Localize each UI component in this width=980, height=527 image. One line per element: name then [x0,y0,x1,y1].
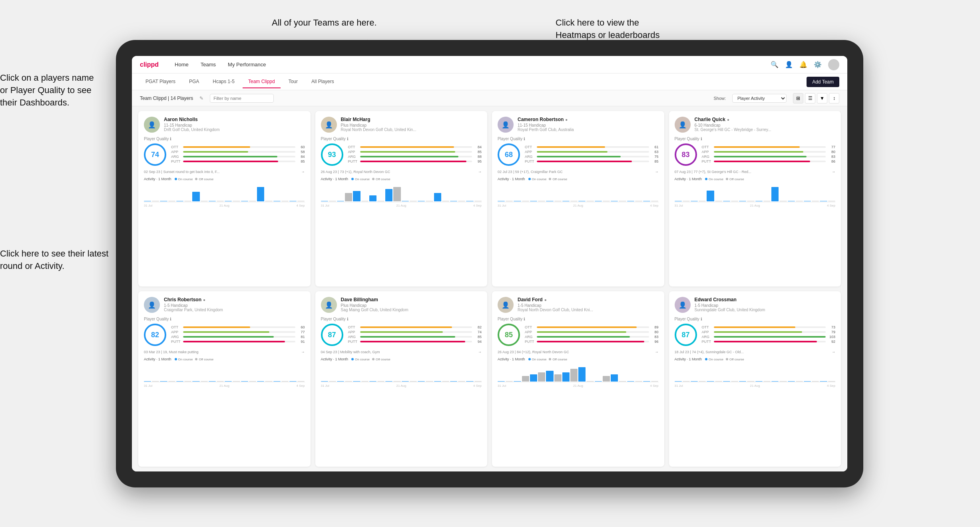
verified-icon: ● [565,117,568,122]
bar-8 [562,372,570,382]
player-club: Craigmillar Park, United Kingdom [164,308,305,312]
bell-icon[interactable]: 🔔 [799,61,807,69]
mini-chart [144,183,305,203]
player-name[interactable]: Charlie Quick ● [695,117,836,122]
bar-7 [554,201,562,201]
verified-icon: ● [544,298,547,302]
quality-circle[interactable]: 87 [321,324,343,346]
player-club: Royal North Devon Golf Club, United Kni.… [518,308,659,312]
player-card[interactable]: 👤 Chris Robertson ● 1-5 Handicap Craigmi… [138,291,311,467]
quality-circle[interactable]: 68 [498,143,520,166]
player-name[interactable]: Dave Billingham [341,297,482,302]
player-card[interactable]: 👤 Edward Crossman 1-5 Handicap Sunningda… [669,291,841,467]
player-card[interactable]: 👤 David Ford ● 1-5 Handicap Royal North … [492,291,664,467]
quality-circle[interactable]: 85 [498,324,520,346]
chart-labels: 31 Jul 21 Aug 4 Sep [498,384,659,388]
player-avatar: 👤 [498,117,514,133]
player-card[interactable]: 👤 Aaron Nicholls 11-15 Handicap Drift Go… [138,111,311,286]
bar-6 [723,201,730,201]
mini-chart [675,183,836,203]
mini-chart [144,363,305,383]
bar-3 [345,381,352,382]
tab-tour[interactable]: Tour [283,76,303,88]
show-label: Show: [713,96,726,101]
bar-6 [192,192,199,201]
player-handicap: 1-5 Handicap [518,303,659,308]
filter-icon[interactable]: ▼ [817,93,827,103]
edit-icon[interactable]: ✎ [199,95,203,101]
tab-all-players[interactable]: All Players [306,76,340,88]
mini-chart [321,363,482,383]
chart-labels: 31 Jul 21 Aug 4 Sep [498,204,659,207]
bar-4 [707,381,714,382]
tab-team-clippd[interactable]: Team Clippd [243,76,281,88]
round-arrow[interactable]: → [301,170,305,174]
add-team-button[interactable]: Add Team [807,77,839,87]
search-icon[interactable]: 🔍 [771,61,779,69]
round-arrow[interactable]: → [832,350,835,354]
tab-pgat-players[interactable]: PGAT Players [140,76,181,88]
stat-putt: PUTT 91 [171,340,305,344]
activity-legend: On course Off course [175,177,214,181]
player-avatar: 👤 [144,117,160,133]
bar-13 [426,201,433,201]
quality-circle[interactable]: 82 [144,324,166,346]
stat-arg: ARG 84 [171,155,305,159]
tab-pga[interactable]: PGA [183,76,205,88]
user-icon[interactable]: 👤 [785,61,793,69]
round-arrow[interactable]: → [832,170,835,174]
show-select[interactable]: Player Activity Quality Score Trend [732,94,787,103]
stat-putt: PUTT 92 [702,340,836,344]
round-arrow[interactable]: → [301,350,305,354]
bar-13 [426,381,433,382]
list-view-icon[interactable]: ☰ [805,93,815,103]
bar-19 [651,381,658,382]
player-name[interactable]: Blair McHarg [341,117,482,122]
quality-section: 82 OTT 60 APP 77 ARG 81 PUT [144,324,305,346]
round-arrow[interactable]: → [655,350,659,354]
nav-my-performance[interactable]: My Performance [228,62,266,68]
grid-view-icon[interactable]: ⊞ [793,93,803,103]
settings-icon[interactable]: ⚙️ [814,61,822,69]
bar-5 [538,201,545,201]
bar-10 [402,201,409,201]
bar-8 [385,189,392,201]
player-card[interactable]: 👤 Charlie Quick ● 6-10 Handicap St. Geor… [669,111,841,286]
sort-icon[interactable]: ↕ [829,93,839,103]
latest-round: 03 Mar 23 | 19, Must make putting → [144,350,305,354]
activity-legend: On course Off course [175,358,214,361]
quality-circle[interactable]: 93 [321,143,343,166]
nav-home[interactable]: Home [175,62,189,68]
quality-circle[interactable]: 87 [675,324,697,346]
player-name[interactable]: Chris Robertson ● [164,297,305,302]
player-handicap: 11-15 Handicap [518,123,659,127]
player-card[interactable]: 👤 Dave Billingham Plus Handicap Sag Main… [315,291,488,467]
bar-12 [241,201,248,201]
round-arrow[interactable]: → [478,350,482,354]
round-arrow[interactable]: → [655,170,659,174]
filter-search-input[interactable] [210,94,274,103]
bar-8 [739,381,746,382]
stat-arg: ARG 83 [702,155,836,159]
player-name[interactable]: Aaron Nicholls [164,117,305,122]
chart-labels: 31 Jul 21 Aug 4 Sep [675,204,836,207]
quality-circle[interactable]: 74 [144,143,166,166]
bar-0 [321,201,328,201]
avatar[interactable] [828,59,839,70]
quality-circle[interactable]: 83 [675,143,697,166]
legend-on-course: On course [528,358,547,361]
player-card[interactable]: 👤 Blair McHarg Plus Handicap Royal North… [315,111,488,286]
activity-section: Activity · 1 Month On course Off course … [144,357,305,388]
round-arrow[interactable]: → [478,170,482,174]
bar-14 [788,201,795,201]
bar-15 [442,381,449,382]
player-name[interactable]: Cameron Robertson ● [518,117,659,122]
tab-hcaps[interactable]: Hcaps 1-5 [207,76,240,88]
player-card[interactable]: 👤 Cameron Robertson ● 11-15 Handicap Roy… [492,111,664,286]
bar-19 [828,201,835,201]
activity-title: Activity · 1 Month [498,357,525,361]
bar-12 [595,381,602,382]
nav-teams[interactable]: Teams [201,62,216,68]
player-name[interactable]: Edward Crossman [695,297,836,302]
player-name[interactable]: David Ford ● [518,297,659,302]
